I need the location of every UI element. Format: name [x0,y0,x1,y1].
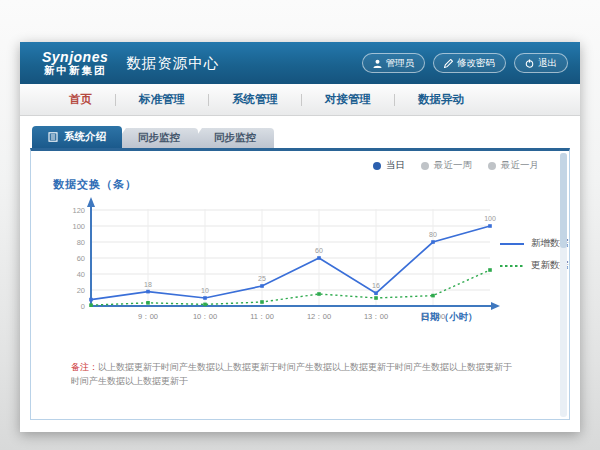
radio-unselected-icon [488,162,496,170]
change-password-button[interactable]: 修改密码 [433,53,506,73]
power-icon [525,59,534,68]
line-chart: 0204060801001209：0010：0011：0012：0013：001… [46,191,506,331]
page-title: 数据资源中心 [126,54,219,73]
svg-text:16: 16 [372,282,380,289]
radio-unselected-icon [421,162,429,170]
app-header: Synjones 新中新集团 数据资源中心 管理员 修改密码 退出 [20,42,580,84]
tab-label: 同步监控 [138,131,180,145]
x-axis-title: 日期（小时） [421,311,478,323]
svg-text:120: 120 [72,206,85,215]
logo: Synjones 新中新集团 [42,50,108,76]
nav-item-home[interactable]: 首页 [46,92,115,107]
nav-item-system-mgmt[interactable]: 系统管理 [209,92,301,107]
admin-button-label: 管理员 [386,57,415,70]
svg-text:0: 0 [81,302,85,311]
svg-text:11：00: 11：00 [250,312,274,321]
svg-text:80: 80 [429,231,437,238]
time-range-filter: 当日 最近一周 最近一月 [373,159,539,172]
logo-text-cn: 新中新集团 [42,65,108,76]
nav-item-data-change[interactable]: 数据异动 [395,92,487,107]
content-panel: 当日 最近一周 最近一月 数据交换（条） 0204060801001209：00… [30,148,570,420]
footnote-text: 以上数据更新于时间产生数据以上数据更新于时间产生数据以上数据更新于时间产生数据以… [71,362,512,386]
svg-text:100: 100 [484,215,496,222]
change-password-button-label: 修改密码 [457,57,495,70]
nav-item-standard-mgmt[interactable]: 标准管理 [116,92,208,107]
document-icon [48,132,58,142]
radio-selected-icon [373,162,381,170]
logout-button-label: 退出 [538,57,557,70]
tab-label: 同步监控 [214,131,256,145]
radio-label: 当日 [386,159,405,172]
dotted-line-swatch [499,262,525,270]
svg-text:60: 60 [77,254,85,263]
filter-option-last-month[interactable]: 最近一月 [488,159,539,172]
solid-line-swatch [499,240,525,248]
user-area: 管理员 修改密码 退出 [362,53,569,73]
tab-sync-monitor-1[interactable]: 同步监控 [112,128,198,148]
chart-legend: 新增数据 更新数据 [499,237,569,272]
svg-text:10: 10 [201,287,209,294]
app-window: Synjones 新中新集团 数据资源中心 管理员 修改密码 退出 首页 标准管… [20,42,580,432]
nav-item-interface-mgmt[interactable]: 对接管理 [302,92,394,107]
user-icon [373,59,382,68]
tab-label: 系统介绍 [64,130,106,144]
edit-icon [444,59,453,68]
svg-text:10：00: 10：00 [193,312,217,321]
svg-text:20: 20 [77,286,85,295]
admin-button[interactable]: 管理员 [362,53,426,73]
footnote: 备注：以上数据更新于时间产生数据以上数据更新于时间产生数据以上数据更新于时间产生… [71,361,517,388]
scrollbar-thumb[interactable] [560,153,567,248]
svg-text:9：00: 9：00 [138,312,158,321]
svg-text:12：00: 12：00 [307,312,331,321]
svg-text:100: 100 [72,222,85,231]
panel-scrollbar[interactable] [560,153,567,417]
radio-label: 最近一周 [434,159,472,172]
chart-title: 数据交换（条） [53,177,137,192]
legend-item-new-data: 新增数据 [499,237,569,250]
svg-text:40: 40 [77,270,85,279]
filter-option-last-week[interactable]: 最近一周 [421,159,472,172]
main-nav: 首页 标准管理 系统管理 对接管理 数据异动 [20,84,580,116]
svg-text:60: 60 [315,247,323,254]
svg-text:18: 18 [144,281,152,288]
tab-bar: 系统介绍 同步监控 同步监控 [32,126,274,148]
logo-text-en: Synjones [42,50,108,65]
filter-option-today[interactable]: 当日 [373,159,405,172]
svg-text:25: 25 [258,275,266,282]
footnote-prefix: 备注： [71,362,98,372]
svg-text:80: 80 [77,238,85,247]
tab-sync-monitor-2[interactable]: 同步监控 [188,128,274,148]
radio-label: 最近一月 [501,159,539,172]
legend-item-updated-data: 更新数据 [499,259,569,272]
logout-button[interactable]: 退出 [514,53,568,73]
svg-text:13：00: 13：00 [364,312,388,321]
tab-system-intro[interactable]: 系统介绍 [32,126,122,148]
